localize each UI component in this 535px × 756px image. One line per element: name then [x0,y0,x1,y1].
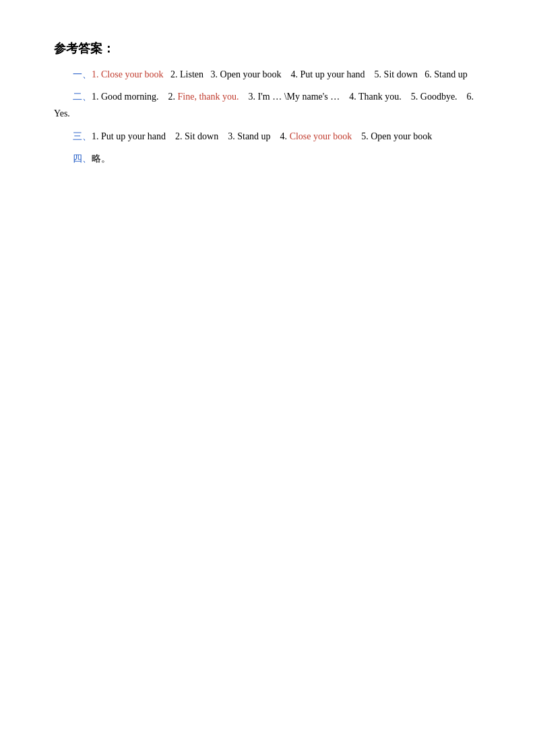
section-2-fine: Fine, thank you. [178,92,239,102]
section-4-content: 略。 [92,153,111,164]
section-1-label: 一、 [73,69,92,79]
section-1-rest: 2. Listen 3. Open your book 4. Put up yo… [164,69,468,79]
section-2-label: 二、 [73,92,92,102]
section-3-rest: 5. Open your book [352,131,432,141]
section-4-label: 四、 [73,153,92,164]
section-3-label: 三、 [73,131,92,141]
section-3-content: 1. Put up your hand 2. Sit down 3. Stand… [92,131,290,141]
section-2-content: 1. Good morning. 2. [92,92,178,102]
section-3-close: Close your book [290,131,352,141]
section-4: 四、略。 [54,150,481,167]
section-3: 三、1. Put up your hand 2. Sit down 3. Sta… [54,128,481,145]
page-title: 参考答案： [54,40,481,57]
page-container: 参考答案： 一、1. Close your book 2. Listen 3. … [0,0,535,756]
section-1: 一、1. Close your book 2. Listen 3. Open y… [54,66,481,83]
section-1-content: 1. Close your book [92,69,164,79]
section-2: 二、1. Good morning. 2. Fine, thank you. 3… [54,88,481,122]
